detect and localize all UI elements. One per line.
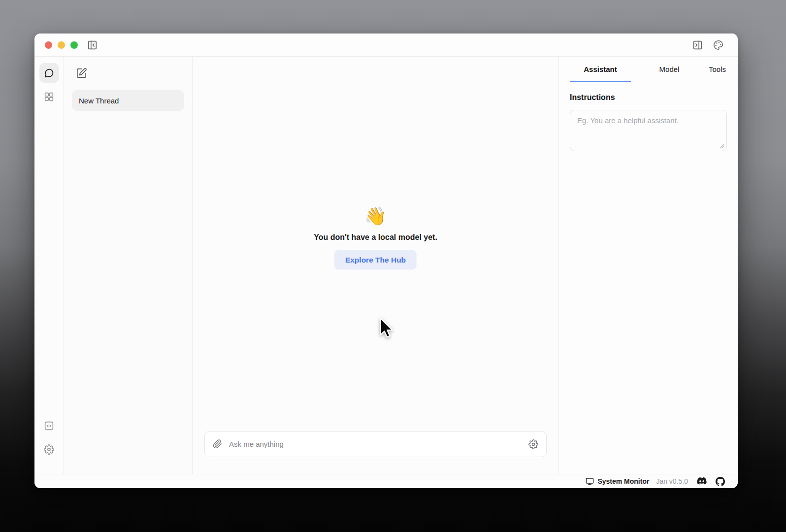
traffic-lights [45,41,78,49]
gear-icon [44,444,54,455]
resize-grip-icon[interactable] [720,144,724,149]
instructions-label: Instructions [570,93,727,102]
assistant-panel-tabs: Assistant Model Tools [559,57,738,82]
inference-settings-button[interactable] [528,439,538,449]
palette-icon [713,40,723,50]
paperclip-icon [213,439,222,449]
instructions-field-wrap [570,110,727,153]
statusbar: System Monitor Jan v0.5.0 [34,474,738,488]
mouse-cursor [376,317,394,338]
app-version-label: Jan v0.5.0 [656,477,688,485]
assistant-panel: Assistant Model Tools Instructions [558,57,738,474]
titlebar-right-actions [690,38,725,52]
new-thread-button[interactable] [75,66,88,79]
tab-model[interactable]: Model [658,57,681,82]
attach-file-button[interactable] [213,439,222,449]
sidebar-item-threads[interactable] [39,63,59,83]
wave-emoji: 👋 [364,207,387,225]
discord-icon [697,477,707,485]
panel-left-collapse-icon [87,40,98,50]
grid-icon [44,92,54,102]
chat-main: 👋 You don't have a local model yet. Expl… [193,57,558,474]
sidebar-item-local-api-server[interactable] [39,416,59,435]
explore-hub-button[interactable]: Explore The Hub [334,250,417,269]
system-monitor-button[interactable]: System Monitor [586,477,649,486]
system-monitor-label: System Monitor [597,477,649,485]
message-composer [204,431,547,457]
threads-panel: New Thread [64,57,193,474]
panel-right-collapse-icon [692,40,703,50]
tab-tools[interactable]: Tools [708,57,727,82]
zoom-button[interactable] [70,41,78,49]
desktop-background: { "titlebar": { "traffic_lights": { "clo… [0,0,786,532]
sidebar-item-hub[interactable] [39,87,59,106]
toggle-left-panel-button[interactable] [85,38,99,52]
toggle-right-panel-button[interactable] [690,38,704,52]
github-icon [716,477,725,486]
tab-assistant[interactable]: Assistant [570,57,631,82]
github-link[interactable] [716,477,725,486]
gear-icon [528,439,538,449]
minimize-button[interactable] [58,41,65,49]
window-body: New Thread 👋 You don't have a local mode… [34,57,738,474]
message-input[interactable] [229,440,522,448]
close-button[interactable] [45,41,52,49]
sidebar-item-settings[interactable] [39,439,59,459]
thread-title: New Thread [79,97,119,105]
thread-list-item[interactable]: New Thread [72,90,184,111]
theme-button[interactable] [711,38,725,52]
compose-icon [76,67,87,79]
discord-link[interactable] [697,477,707,485]
assistant-tab-content: Instructions [559,82,738,164]
titlebar [34,33,738,57]
monitor-icon [586,477,594,486]
sidebar-rail [34,57,64,474]
code-square-icon [44,421,54,431]
app-window: New Thread 👋 You don't have a local mode… [34,33,738,488]
chat-bubble-icon [44,68,54,78]
empty-state: 👋 You don't have a local model yet. Expl… [314,207,437,269]
empty-state-message: You don't have a local model yet. [314,233,437,241]
instructions-textarea[interactable] [570,110,727,151]
